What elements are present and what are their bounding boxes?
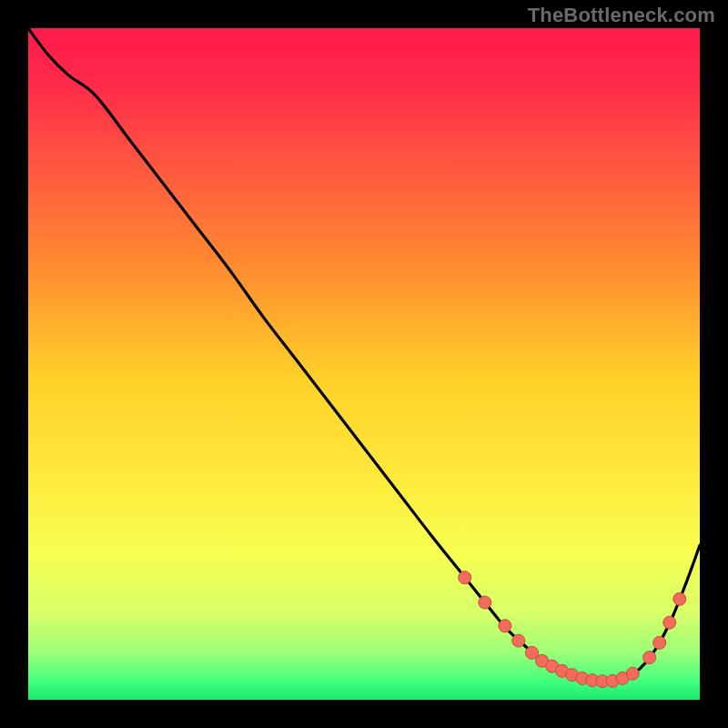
watermark-text: TheBottleneck.com — [528, 4, 715, 27]
chart-frame: TheBottleneck.com — [0, 0, 728, 728]
data-marker — [479, 596, 491, 609]
plot-background — [28, 28, 700, 700]
data-marker — [626, 667, 639, 680]
data-marker — [663, 616, 676, 629]
data-marker — [512, 634, 525, 647]
data-marker — [643, 652, 656, 664]
data-marker — [499, 620, 511, 632]
data-marker — [459, 571, 471, 584]
bottleneck-chart — [0, 0, 728, 728]
data-marker — [653, 636, 666, 649]
data-marker — [673, 592, 686, 605]
